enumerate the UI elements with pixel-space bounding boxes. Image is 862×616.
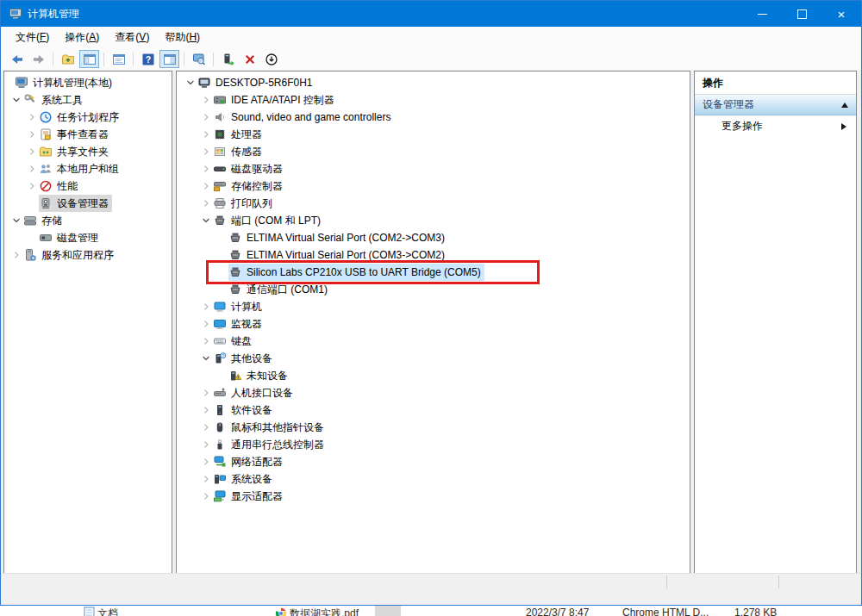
tree-item[interactable]: 磁盘管理 bbox=[4, 229, 172, 246]
tree-item[interactable]: ELTIMA Virtual Serial Port (COM2->COM3) bbox=[177, 229, 690, 246]
tree-item[interactable]: 磁盘驱动器 bbox=[177, 160, 690, 177]
expand-arrow-icon[interactable] bbox=[199, 93, 213, 107]
selected-tree-item[interactable]: 设备管理器 bbox=[39, 195, 112, 212]
tree-item[interactable]: 事件查看器 bbox=[4, 126, 172, 143]
tree-item[interactable]: DESKTOP-5R6F0H1 bbox=[177, 74, 690, 91]
tree-item[interactable]: 共享文件夹 bbox=[4, 143, 172, 160]
remote-computer-button[interactable] bbox=[189, 50, 209, 68]
tree-item[interactable]: ELTIMA Virtual Serial Port (COM3->COM2) bbox=[177, 246, 690, 264]
uninstall-device-button[interactable] bbox=[240, 50, 259, 68]
scan-hardware-button[interactable] bbox=[218, 50, 238, 68]
tree-item[interactable]: 未知设备 bbox=[177, 367, 690, 384]
expand-arrow-icon[interactable] bbox=[9, 248, 23, 262]
tree-item[interactable]: 计算机 bbox=[177, 298, 690, 315]
actions-section-header[interactable]: 设备管理器 bbox=[695, 95, 856, 115]
tree-item-body[interactable]: 系统工具 bbox=[23, 91, 86, 109]
tree-item[interactable]: 端口 (COM 和 LPT) bbox=[177, 212, 690, 229]
expand-arrow-icon[interactable] bbox=[199, 110, 213, 124]
tree-item[interactable]: 人机接口设备 bbox=[177, 384, 690, 401]
expand-arrow-icon[interactable] bbox=[25, 179, 39, 193]
show-action-pane-button[interactable] bbox=[159, 50, 179, 68]
tree-item-body[interactable]: ?其他设备 bbox=[213, 350, 276, 367]
tree-item[interactable]: 监视器 bbox=[177, 315, 690, 333]
expand-arrow-icon[interactable] bbox=[199, 317, 213, 331]
explorer-folder-item[interactable]: 文档 bbox=[83, 607, 118, 616]
tree-item[interactable]: 系统设备 bbox=[177, 470, 690, 488]
expand-arrow-icon[interactable] bbox=[199, 128, 213, 141]
tree-item[interactable]: 存储控制器 bbox=[177, 177, 690, 195]
tree-item[interactable]: 通信端口 (COM1) bbox=[177, 281, 690, 298]
tree-item[interactable]: IDE ATA/ATAPI 控制器 bbox=[177, 91, 690, 109]
tree-item[interactable]: 存储 bbox=[4, 212, 172, 229]
expand-arrow-icon[interactable] bbox=[199, 455, 213, 469]
tree-item[interactable]: 本地用户和组 bbox=[4, 160, 172, 177]
tree-item-body[interactable]: 软件设备 bbox=[213, 401, 276, 419]
expand-arrow-icon[interactable] bbox=[199, 196, 213, 210]
tree-item[interactable]: 处理器 bbox=[177, 126, 690, 143]
tree-item-body[interactable]: IDE ATA/ATAPI 控制器 bbox=[213, 91, 338, 109]
tree-item-body[interactable]: 共享文件夹 bbox=[39, 143, 112, 160]
tree-item-body[interactable]: 端口 (COM 和 LPT) bbox=[213, 212, 324, 229]
up-folder-button[interactable] bbox=[58, 50, 78, 68]
expand-arrow-icon[interactable] bbox=[199, 403, 213, 417]
tree-item[interactable]: 服务和应用程序 bbox=[4, 246, 172, 264]
expand-arrow-icon[interactable] bbox=[25, 128, 39, 141]
expand-arrow-icon[interactable] bbox=[199, 145, 213, 159]
tree-item[interactable]: 计算机管理(本地) bbox=[4, 74, 172, 91]
tree-item-body[interactable]: 未知设备 bbox=[228, 367, 291, 384]
forward-button[interactable] bbox=[28, 50, 48, 68]
tree-item[interactable]: 打印队列 bbox=[177, 195, 690, 212]
tree-item-body[interactable]: 打印队列 bbox=[213, 195, 276, 212]
close-button[interactable]: × bbox=[821, 1, 861, 27]
expand-arrow-icon[interactable] bbox=[199, 472, 213, 486]
back-button[interactable] bbox=[7, 50, 27, 68]
tree-item-body[interactable]: 计算机 bbox=[213, 298, 265, 315]
collapse-arrow-icon[interactable] bbox=[199, 352, 213, 365]
tree-item[interactable]: 任务计划程序 bbox=[4, 109, 172, 126]
tree-item-body[interactable]: 存储控制器 bbox=[213, 177, 286, 195]
properties-button[interactable] bbox=[109, 50, 128, 68]
help-button[interactable]: ? bbox=[138, 50, 158, 68]
tree-item-body[interactable]: ELTIMA Virtual Serial Port (COM3->COM2) bbox=[228, 246, 448, 264]
tree-item-body[interactable]: 服务和应用程序 bbox=[23, 246, 117, 264]
menu-item-f[interactable]: 文件(F) bbox=[8, 27, 57, 48]
tree-item-body[interactable]: 键盘 bbox=[213, 333, 255, 350]
tree-item-body[interactable]: 通信端口 (COM1) bbox=[228, 281, 331, 298]
minimize-button[interactable] bbox=[742, 1, 782, 27]
selected-tree-item[interactable]: Silicon Labs CP210x USB to UART Bridge (… bbox=[228, 264, 484, 281]
expand-arrow-icon[interactable] bbox=[199, 438, 213, 451]
tree-item[interactable]: 设备管理器 bbox=[4, 195, 172, 212]
tree-item-body[interactable]: 鼠标和其他指针设备 bbox=[213, 419, 328, 436]
tree-item-body[interactable]: DESKTOP-5R6F0H1 bbox=[197, 74, 315, 91]
tree-item-body[interactable]: ELTIMA Virtual Serial Port (COM2->COM3) bbox=[228, 229, 448, 246]
maximize-button[interactable] bbox=[782, 1, 821, 27]
tree-item-body[interactable]: 磁盘驱动器 bbox=[213, 160, 286, 177]
tree-item[interactable]: 传感器 bbox=[177, 143, 690, 160]
expand-arrow-icon[interactable] bbox=[199, 162, 213, 176]
tree-item[interactable]: ?其他设备 bbox=[177, 350, 690, 367]
collapse-section-icon[interactable] bbox=[841, 103, 848, 108]
collapse-arrow-icon[interactable] bbox=[9, 214, 23, 227]
expand-arrow-icon[interactable] bbox=[25, 110, 39, 124]
expand-arrow-icon[interactable] bbox=[199, 386, 213, 400]
tree-item[interactable]: 鼠标和其他指针设备 bbox=[177, 419, 690, 436]
tree-item-body[interactable]: 本地用户和组 bbox=[39, 160, 122, 177]
tree-item[interactable]: 系统工具 bbox=[4, 91, 172, 109]
menu-item-v[interactable]: 查看(V) bbox=[107, 27, 157, 48]
tree-item-body[interactable]: 网络适配器 bbox=[213, 453, 286, 470]
explorer-file-row[interactable]: 数据湖实践.pdf bbox=[274, 607, 359, 616]
expand-arrow-icon[interactable] bbox=[199, 334, 213, 348]
tree-item-body[interactable]: 性能 bbox=[39, 177, 81, 195]
menu-item-a[interactable]: 操作(A) bbox=[57, 27, 107, 48]
tree-item[interactable]: 网络适配器 bbox=[177, 453, 690, 470]
expand-arrow-icon[interactable] bbox=[199, 179, 213, 193]
tree-item-body[interactable]: 事件查看器 bbox=[39, 126, 112, 143]
more-actions-item[interactable]: 更多操作 bbox=[695, 115, 856, 137]
tree-item-body[interactable]: 监视器 bbox=[213, 315, 265, 333]
tree-item-body[interactable]: 通用串行总线控制器 bbox=[213, 436, 328, 453]
tree-item-body[interactable]: 显示适配器 bbox=[213, 488, 286, 505]
tree-item-body[interactable]: 人机接口设备 bbox=[213, 384, 297, 401]
tree-item[interactable]: Silicon Labs CP210x USB to UART Bridge (… bbox=[177, 264, 690, 281]
expand-arrow-icon[interactable] bbox=[199, 489, 213, 503]
tree-item-body[interactable]: Sound, video and game controllers bbox=[213, 109, 394, 126]
